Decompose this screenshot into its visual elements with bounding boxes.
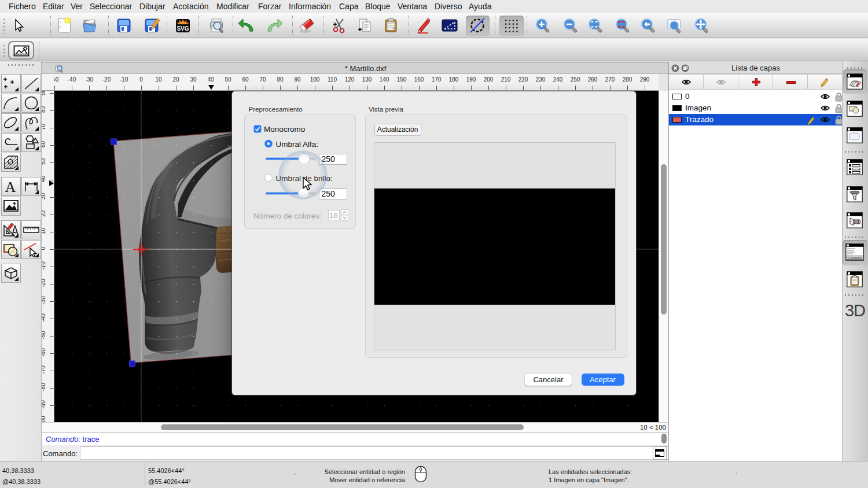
svg-text:C command: C command [848, 257, 862, 260]
svg-text:SVG: SVG [176, 25, 189, 32]
svg-text:A: A [5, 179, 16, 194]
